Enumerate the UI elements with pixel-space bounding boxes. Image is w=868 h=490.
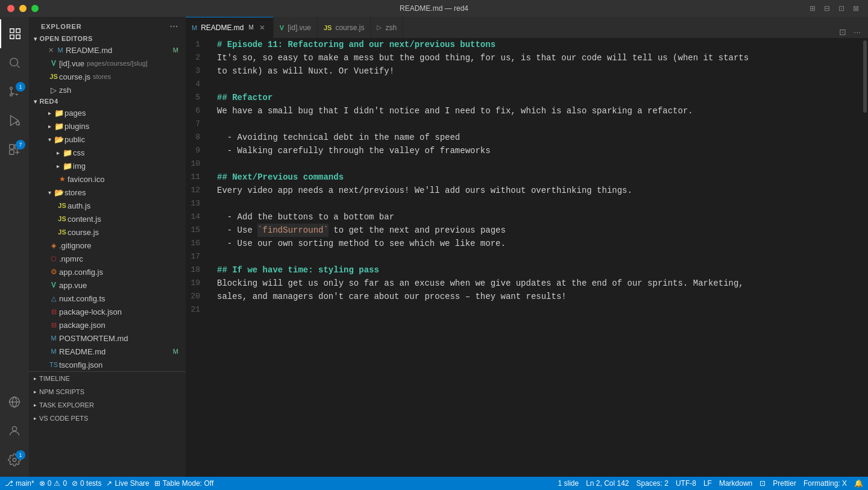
layout-icon-1[interactable]: ⊞ [808,4,817,13]
folder-stores[interactable]: 📂 stores [29,186,186,199]
npm-scripts-chevron [34,389,37,395]
idvue-tab-icon: V [280,24,284,31]
slide-info[interactable]: 1 slide [558,479,579,488]
maximize-button[interactable] [31,5,39,12]
tsconfig-icon: TS [48,359,59,370]
line-10: 10 [186,157,205,171]
activity-source-control[interactable]: 1 [0,77,29,106]
formatting-text: Formatting: X [804,479,847,488]
activity-explorer[interactable] [0,19,29,48]
errors-warnings[interactable]: ⊗ 0 ⚠ 0 [39,479,67,488]
coursejs-path: stores [93,73,111,80]
tests[interactable]: ⊘ 0 tests [72,479,101,488]
layout-icon-2[interactable]: ⊟ [822,4,832,13]
file-appconfigjs[interactable]: ⚙ app.config.js [29,265,186,278]
activity-remote[interactable] [0,388,29,416]
coursejs-tab-icon: JS [324,24,332,31]
readmemd2-badge: M [173,348,178,355]
file-npmrc[interactable]: ⬡ .npmrc [29,252,186,265]
code-text-15c: to get the next and previous pages [329,224,506,237]
close-button[interactable] [7,5,14,12]
code-line-7 [217,118,861,131]
tab-idvue[interactable]: V [id].vue [274,17,318,38]
file-favicon[interactable]: ★ favicon.ico [29,172,186,186]
spaces[interactable]: Spaces: 2 [637,479,668,488]
open-editor-readme[interactable]: ✕ M README.md M [29,43,186,57]
appconfig-icon: ⚙ [48,266,59,277]
open-editor-coursejs[interactable]: JS course.js stores [29,70,186,83]
split-editor-icon[interactable]: ⊡ [837,26,849,38]
encoding[interactable]: UTF-8 [676,479,696,488]
sidebar-content: OPEN EDITORS ✕ M README.md M V [id].vue … [29,34,186,477]
red4-header[interactable]: RED4 [29,96,186,106]
task-explorer-panel[interactable]: TASK EXPLORER [29,398,186,412]
vs-code-pets-chevron [34,415,37,421]
file-appvue[interactable]: V app.vue [29,278,186,292]
tab-zsh[interactable]: ▷ zsh [371,17,403,38]
language-mode[interactable]: Markdown [719,479,752,488]
file-contentjs[interactable]: JS content.js [29,212,186,225]
activity-search[interactable] [0,48,29,77]
tsconfig-name: tsconfig.json [59,360,102,369]
appvue-name: app.vue [59,281,87,290]
status-left: ⎇ main* ⊗ 0 ⚠ 0 ⊘ 0 tests ↗ Live Share ⊞… [5,479,213,488]
folder-img[interactable]: 📁 img [29,159,186,172]
line-13: 13 [186,197,205,210]
vs-code-pets-panel[interactable]: VS CODE PETS [29,412,186,425]
scrollbar-thumb[interactable] [863,40,867,113]
formatting-status[interactable]: Formatting: X [804,479,847,488]
zsh-tab-icon: ▷ [377,24,382,31]
prettier-status[interactable]: Prettier [773,479,796,488]
tab-coursejs[interactable]: JS course.js [318,17,371,38]
file-packagejson[interactable]: ⊟ package.json [29,318,186,331]
code-content: # Episode 11: Refactoring and our next/p… [212,38,861,477]
git-branch[interactable]: ⎇ main* [5,479,34,488]
live-share[interactable]: ↗ Live Share [106,479,149,488]
layout-icon-status[interactable]: ⊡ [760,479,766,488]
table-mode[interactable]: ⊞ Table Mode: Off [154,479,214,488]
readme-close-icon[interactable]: ✕ [48,46,54,54]
sidebar-menu-icon[interactable]: ··· [170,22,178,31]
folder-plugins[interactable]: 📁 plugins [29,119,186,133]
folder-css[interactable]: 📁 css [29,146,186,159]
file-coursejs2[interactable]: JS course.js [29,225,186,239]
folder-public[interactable]: 📂 public [29,133,186,146]
activity-run[interactable] [0,106,29,135]
npm-scripts-panel[interactable]: NPM SCRIPTS [29,385,186,398]
readmemd2-name: README.md [59,347,105,356]
notification-icon[interactable]: 🔔 [854,479,863,488]
activity-settings[interactable]: 1 [0,445,29,474]
file-tsconfigjson[interactable]: TS tsconfig.json [29,358,186,371]
readme-badge: M [173,46,178,54]
open-editors-header[interactable]: OPEN EDITORS [29,34,186,43]
file-readmemd2[interactable]: M README.md M [29,345,186,358]
open-editor-zsh[interactable]: ▷ zsh [29,83,186,96]
more-actions-icon[interactable]: ··· [851,26,863,38]
layout-icon-3[interactable]: ⊡ [837,4,846,13]
favicon-name: favicon.ico [68,175,104,184]
line-18: 18 [186,263,205,277]
line-ending[interactable]: LF [703,479,712,488]
editor-content[interactable]: 1 2 3 4 5 6 7 8 9 10 11 12 13 14 15 16 1… [186,38,868,477]
coursejs-tab-name: course.js [335,24,364,32]
line-8: 8 [186,131,205,144]
editor-scrollbar[interactable] [861,38,868,477]
activity-account[interactable] [0,416,29,445]
cursor-position[interactable]: Ln 2, Col 142 [586,479,629,488]
file-authjs[interactable]: JS auth.js [29,199,186,212]
file-nuxtconfigts[interactable]: △ nuxt.config.ts [29,292,186,305]
timeline-panel[interactable]: TIMELINE [29,372,186,385]
activity-extensions[interactable]: 7 [0,135,29,164]
readme-tab-close[interactable]: ✕ [257,23,267,33]
minimize-button[interactable] [19,5,27,12]
code-text-5: ## Refactor [217,91,272,104]
tab-readme[interactable]: M README.md M ✕ [186,17,274,38]
file-packagelockjson[interactable]: ⊟ package-lock.json [29,305,186,318]
layout-icon-4[interactable]: ⊠ [851,4,861,13]
open-editor-idvue[interactable]: V [id].vue pages/courses/[slug] [29,57,186,70]
line-7: 7 [186,118,205,131]
folder-pages[interactable]: 📁 pages [29,106,186,119]
extensions-badge: 7 [16,140,25,149]
file-gitignore[interactable]: ◈ .gitignore [29,239,186,252]
file-postmortemmd[interactable]: M POSTMORTEM.md [29,331,186,345]
